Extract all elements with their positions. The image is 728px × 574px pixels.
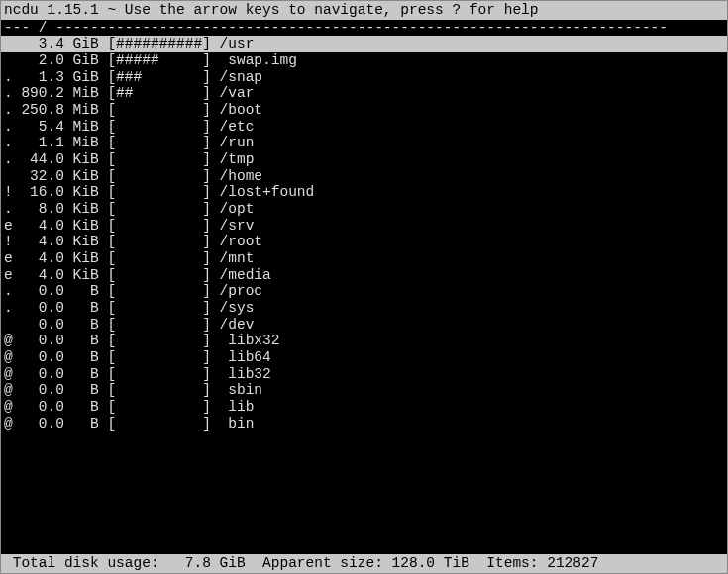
list-item[interactable]: 3.4 GiB [##########] /usr: [1, 36, 727, 52]
list-item[interactable]: . 250.8 MiB [ ] /boot: [1, 102, 727, 119]
list-item[interactable]: @ 0.0 B [ ] bin: [1, 416, 727, 432]
list-item[interactable]: @ 0.0 B [ ] sbin: [1, 382, 727, 399]
list-item[interactable]: . 1.1 MiB [ ] /run: [1, 135, 727, 151]
list-item[interactable]: e 4.0 KiB [ ] /srv: [1, 218, 727, 235]
list-item[interactable]: . 8.0 KiB [ ] /opt: [1, 201, 727, 218]
list-item[interactable]: . 44.0 KiB [ ] /tmp: [1, 151, 727, 168]
list-item[interactable]: ! 4.0 KiB [ ] /root: [1, 234, 727, 250]
list-item[interactable]: @ 0.0 B [ ] lib64: [1, 349, 727, 366]
ncdu-terminal[interactable]: ncdu 1.15.1 ~ Use the arrow keys to navi…: [0, 0, 728, 574]
list-item[interactable]: . 0.0 B [ ] /sys: [1, 300, 727, 317]
title-bar: ncdu 1.15.1 ~ Use the arrow keys to navi…: [1, 1, 727, 20]
list-item[interactable]: . 890.2 MiB [## ] /var: [1, 85, 727, 102]
list-item[interactable]: e 4.0 KiB [ ] /media: [1, 267, 727, 284]
list-item[interactable]: @ 0.0 B [ ] lib: [1, 399, 727, 416]
list-item[interactable]: . 1.3 GiB [### ] /snap: [1, 69, 727, 86]
list-item[interactable]: 2.0 GiB [##### ] swap.img: [1, 52, 727, 69]
status-bar: Total disk usage: 7.8 GiB Apparent size:…: [1, 554, 727, 573]
list-item[interactable]: . 5.4 MiB [ ] /etc: [1, 119, 727, 136]
path-line: --- / ----------------------------------…: [1, 20, 727, 37]
list-item[interactable]: 32.0 KiB [ ] /home: [1, 168, 727, 185]
list-item[interactable]: . 0.0 B [ ] /proc: [1, 283, 727, 300]
list-item[interactable]: @ 0.0 B [ ] libx32: [1, 333, 727, 349]
list-item[interactable]: e 4.0 KiB [ ] /mnt: [1, 250, 727, 267]
list-item[interactable]: 0.0 B [ ] /dev: [1, 317, 727, 334]
file-listing[interactable]: 3.4 GiB [##########] /usr 2.0 GiB [#####…: [1, 36, 727, 554]
list-item[interactable]: @ 0.0 B [ ] lib32: [1, 366, 727, 383]
list-item[interactable]: ! 16.0 KiB [ ] /lost+found: [1, 184, 727, 201]
